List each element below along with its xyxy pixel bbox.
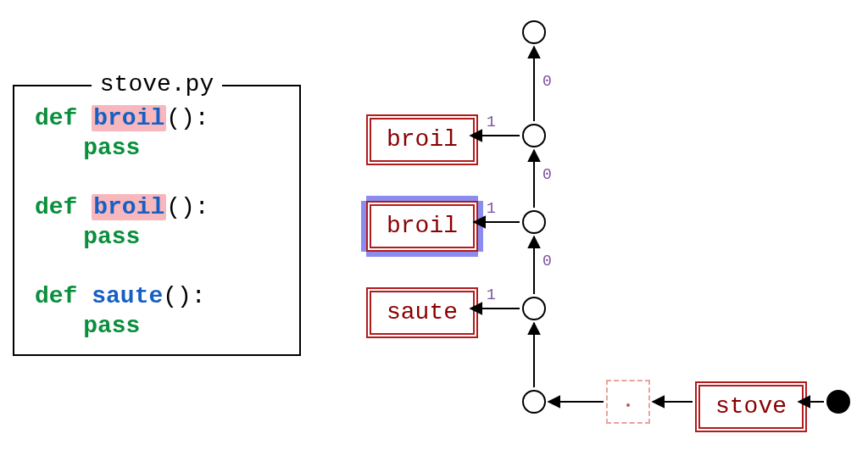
code-line: pass <box>35 133 289 163</box>
node-label: broil <box>387 126 458 153</box>
node-module-stove: stove <box>695 381 807 432</box>
node-broil-1: broil <box>366 114 478 165</box>
node-dot-attr <box>606 380 650 424</box>
dot-icon <box>626 403 630 407</box>
function-name: broil <box>92 105 166 131</box>
node-label: saute <box>387 299 458 325</box>
code-box-title-wrap: stove.py <box>14 71 299 97</box>
keyword-pass: pass <box>83 224 140 250</box>
code-line: def broil(): <box>35 192 289 222</box>
graph-node <box>522 210 546 234</box>
code-box-title: stove.py <box>92 71 222 97</box>
function-name: broil <box>92 194 166 220</box>
code-body: def broil(): pass def broil(): pass def … <box>14 86 299 351</box>
code-box: stove.py def broil(): pass def broil(): … <box>13 85 301 356</box>
paren: (): <box>166 194 209 220</box>
keyword-def: def <box>35 283 77 309</box>
node-saute: saute <box>366 287 478 338</box>
code-line: pass <box>35 311 289 341</box>
graph-node <box>522 124 546 147</box>
function-name: saute <box>92 283 163 309</box>
edge-label-one: 1 <box>487 114 496 131</box>
graph-node <box>522 20 546 44</box>
keyword-def: def <box>35 194 77 220</box>
code-line <box>35 163 289 192</box>
code-line: pass <box>35 222 289 252</box>
node-broil-2: broil <box>366 201 478 252</box>
graph-node <box>522 297 546 320</box>
edge-label-zero: 0 <box>542 253 552 270</box>
keyword-def: def <box>35 105 77 131</box>
canvas: stove.py def broil(): pass def broil(): … <box>0 0 868 467</box>
edge-label-one: 1 <box>487 286 496 303</box>
keyword-pass: pass <box>83 313 140 339</box>
graph-start-node <box>826 390 850 414</box>
code-line: def saute(): <box>35 281 289 311</box>
keyword-pass: pass <box>83 135 140 161</box>
code-line: def broil(): <box>35 103 289 133</box>
node-label: broil <box>387 213 458 239</box>
edge-label-zero: 0 <box>542 73 552 90</box>
paren: (): <box>166 105 209 131</box>
edge-label-one: 1 <box>487 200 496 217</box>
node-label: stove <box>715 393 787 420</box>
code-line <box>35 252 289 281</box>
graph-node <box>522 390 546 414</box>
paren: (): <box>163 283 205 309</box>
edge-label-zero: 0 <box>542 166 552 183</box>
